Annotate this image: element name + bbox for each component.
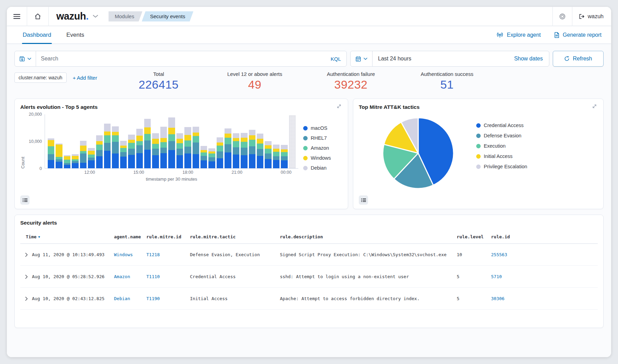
refresh-button[interactable]: Refresh	[553, 51, 604, 67]
expand-row-button[interactable]	[25, 253, 28, 257]
rule-id-link[interactable]: 255563	[491, 252, 507, 257]
tab-dashboard[interactable]: Dashboard	[22, 26, 52, 44]
bar-24[interactable]	[241, 133, 247, 168]
bar-6[interactable]	[96, 135, 103, 168]
bar-20[interactable]	[208, 148, 215, 168]
breadcrumb-security-events: Security events	[142, 11, 194, 22]
legend-item-macos[interactable]: macOS	[303, 125, 342, 131]
bar-21[interactable]	[217, 137, 223, 168]
calendar-menu-button[interactable]	[351, 51, 373, 66]
rule-id-link[interactable]: 5710	[491, 274, 502, 279]
expand-row-button[interactable]	[25, 297, 28, 301]
legend-item-amazon[interactable]: Amazon	[303, 145, 342, 151]
agent-name-link[interactable]: Amazon	[114, 274, 130, 279]
panel-options-button[interactable]	[359, 195, 368, 205]
bar-segment-rhel7	[88, 158, 94, 160]
bar-9[interactable]	[120, 141, 127, 168]
legend-item-rhel7[interactable]: RHEL7	[303, 135, 342, 141]
column-header-rule-id[interactable]: rule.id	[488, 231, 598, 244]
bar-28[interactable]	[273, 145, 279, 168]
wazuh-logo[interactable]: wazuh.	[49, 11, 104, 22]
bar-5[interactable]	[88, 148, 94, 168]
rule-mitre-id-link[interactable]: T1218	[146, 252, 160, 257]
bar-2[interactable]	[64, 155, 70, 168]
explore-agent-button[interactable]: Explore agent	[496, 32, 541, 38]
tab-events[interactable]: Events	[66, 26, 85, 44]
bar-11[interactable]	[136, 129, 143, 168]
bar-4[interactable]	[80, 141, 87, 168]
bar-segment-amazon	[176, 143, 183, 149]
legend-item-windows[interactable]: Windows	[303, 155, 342, 161]
bar-partial-bucket[interactable]	[289, 115, 296, 168]
legend-item-initial-access[interactable]: Initial Access	[476, 153, 527, 159]
bar-7[interactable]	[104, 124, 111, 168]
panel-options-button[interactable]	[20, 195, 30, 205]
bar-29[interactable]	[281, 145, 287, 168]
add-filter-button[interactable]: + Add filter	[73, 72, 97, 81]
bar-15[interactable]	[168, 117, 175, 168]
panel-title: Top Mitre ATT&K tactics	[359, 104, 420, 110]
bar-14[interactable]	[160, 127, 167, 168]
bar-17[interactable]	[184, 127, 191, 168]
bar-0[interactable]	[48, 138, 54, 168]
generate-report-button[interactable]: Generate report	[554, 32, 602, 38]
query-language-button[interactable]: KQL	[331, 56, 346, 62]
bar-segment-macos	[193, 154, 199, 168]
logout-button[interactable]: wazuh	[572, 13, 611, 20]
legend-item-debian[interactable]: Debian	[303, 165, 342, 171]
column-label: rule.level	[457, 234, 483, 239]
bar-segment-debian	[104, 124, 111, 132]
agent-name-link[interactable]: Debian	[114, 296, 130, 301]
legend-item-privilege-escalation[interactable]: Privilege Escalation	[476, 164, 527, 169]
bar-22[interactable]	[225, 128, 231, 168]
column-header-rule-mitre-id[interactable]: rule.mitre.id	[144, 231, 187, 244]
time-range-value[interactable]: Last 24 hours	[373, 56, 514, 62]
target-button[interactable]	[553, 7, 572, 26]
bar-segment-windows	[201, 150, 207, 152]
bar-18[interactable]	[193, 127, 199, 168]
bar-12[interactable]	[144, 119, 151, 168]
home-button[interactable]	[27, 7, 48, 26]
expand-row-button[interactable]	[25, 275, 28, 279]
hamburger-menu-button[interactable]	[7, 7, 27, 26]
bar-10[interactable]	[128, 135, 135, 168]
show-dates-button[interactable]: Show dates	[514, 56, 549, 62]
bar-segment-debian	[265, 141, 271, 145]
search-input[interactable]	[36, 56, 331, 62]
bar-segment-debian	[225, 128, 231, 134]
legend-item-defense-evasion[interactable]: Defense Evasion	[476, 133, 527, 138]
rule-mitre-id-link[interactable]: T1190	[146, 296, 160, 301]
agent-name-link[interactable]: Windows	[114, 252, 133, 257]
rule-mitre-id-link[interactable]: T1110	[146, 274, 160, 279]
rule-id-link[interactable]: 30306	[491, 296, 504, 301]
bar-23[interactable]	[233, 133, 239, 168]
saved-query-menu-button[interactable]	[15, 51, 36, 66]
filter-chip-cluster-name[interactable]: cluster.name: wazuh	[14, 72, 67, 83]
column-header-rule-mitre-tactic[interactable]: rule.mitre.tactic	[187, 231, 277, 244]
column-header-agent-name[interactable]: agent.name	[111, 231, 144, 244]
expand-panel-button[interactable]	[591, 103, 598, 111]
legend-item-execution[interactable]: Execution	[476, 143, 527, 149]
bar-26[interactable]	[257, 134, 263, 168]
bar-segment-debian	[273, 145, 279, 149]
bar-8[interactable]	[112, 126, 118, 168]
bar-25[interactable]	[249, 130, 255, 168]
bar-segment-rhel7	[193, 143, 199, 154]
bar-segment-windows	[273, 149, 279, 152]
column-header-time[interactable]: Time▼	[20, 231, 111, 244]
bar-27[interactable]	[265, 141, 271, 168]
bar-16[interactable]	[176, 133, 183, 168]
bar-19[interactable]	[201, 146, 207, 168]
bar-13[interactable]	[152, 133, 159, 168]
bar-3[interactable]	[72, 154, 78, 168]
bar-segment-rhel7	[160, 148, 167, 153]
legend-item-credential-access[interactable]: Credential Access	[476, 123, 527, 128]
bar-segment-macos	[96, 156, 103, 168]
bar-1[interactable]	[56, 144, 62, 168]
breadcrumb-modules[interactable]: Modules	[108, 11, 142, 22]
bar-segment-rhel7	[112, 142, 118, 153]
column-header-rule-description[interactable]: rule.description	[277, 231, 454, 244]
expand-panel-button[interactable]	[336, 103, 342, 111]
chevron-down-icon[interactable]	[93, 15, 98, 18]
column-header-rule-level[interactable]: rule.level	[454, 231, 488, 244]
